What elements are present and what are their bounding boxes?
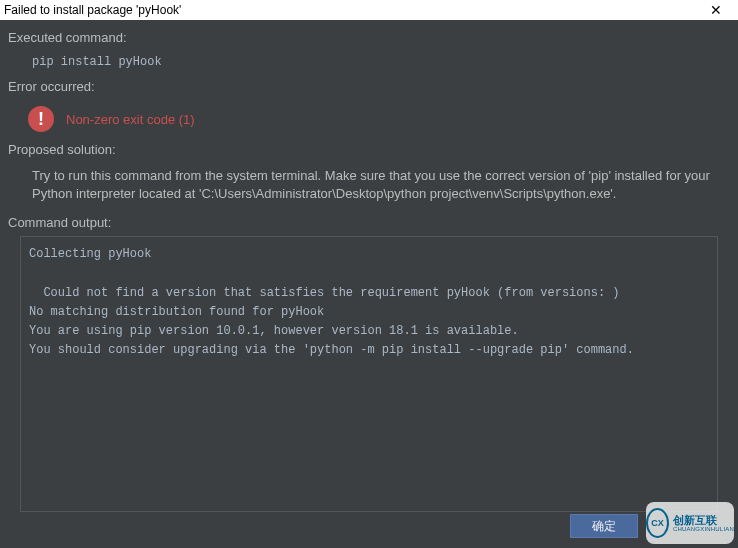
executed-command-label: Executed command:	[8, 30, 730, 45]
close-icon[interactable]: ✕	[696, 1, 736, 19]
dialog-content: Executed command: pip install pyHook Err…	[0, 20, 738, 520]
watermark-main-text: 创新互联	[673, 515, 734, 526]
watermark-logo-icon: CX	[646, 508, 669, 538]
exclamation-icon: !	[38, 110, 44, 128]
command-output-label: Command output:	[8, 215, 730, 230]
command-text: pip install pyHook	[8, 51, 730, 79]
window-title: Failed to install package 'pyHook'	[4, 3, 181, 17]
title-bar: Failed to install package 'pyHook' ✕	[0, 0, 738, 20]
watermark-text-block: 创新互联 CHUANGXINHULIAN	[673, 515, 734, 532]
watermark-sub-text: CHUANGXINHULIAN	[673, 526, 734, 532]
error-message: Non-zero exit code (1)	[66, 112, 195, 127]
error-occurred-label: Error occurred:	[8, 79, 730, 94]
solution-text: Try to run this command from the system …	[8, 163, 730, 215]
command-output[interactable]: Collecting pyHook Could not find a versi…	[20, 236, 718, 512]
proposed-solution-label: Proposed solution:	[8, 142, 730, 157]
error-icon: !	[28, 106, 54, 132]
error-row: ! Non-zero exit code (1)	[8, 100, 730, 142]
ok-button[interactable]: 确定	[570, 514, 638, 538]
watermark: CX 创新互联 CHUANGXINHULIAN	[646, 502, 734, 544]
button-bar: 确定	[570, 514, 638, 538]
